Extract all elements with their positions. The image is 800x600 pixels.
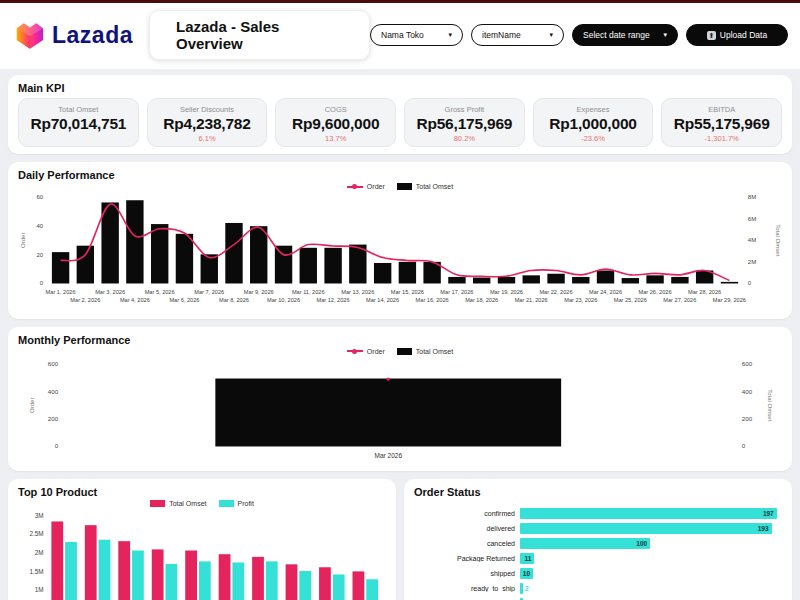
kpi-delta: 80.2% — [408, 134, 521, 143]
order-status-label: shipped — [414, 570, 520, 577]
svg-text:0: 0 — [742, 442, 746, 449]
svg-text:3M: 3M — [35, 512, 44, 519]
order-status-bar-area: 10 — [520, 568, 782, 579]
svg-text:Mar 9, 2026: Mar 9, 2026 — [244, 289, 274, 295]
filter-nama-toko[interactable]: Nama Toko ▾ — [370, 24, 463, 46]
order-status-label: ready_to_ship — [414, 585, 520, 592]
bar-marker-icon — [150, 500, 165, 507]
svg-text:Mar 27, 2026: Mar 27, 2026 — [663, 297, 696, 303]
filter-date-range[interactable]: Select date range ▾ — [572, 24, 678, 46]
svg-text:0: 0 — [748, 280, 752, 286]
svg-text:Order: Order — [29, 397, 35, 412]
order-status-title: Order Status — [414, 486, 782, 498]
svg-text:20: 20 — [36, 252, 43, 258]
monthly-performance-chart[interactable]: 00200200400400600600Mar 2026OrderTotal O… — [18, 356, 782, 465]
page-title: Lazada - Sales Overview — [149, 10, 370, 60]
kpi-label: Total Omset — [22, 105, 135, 114]
order-status-bar: 10 — [520, 568, 533, 579]
header: Lazada Lazada - Sales Overview Nama Toko… — [0, 3, 800, 69]
lazada-logo-icon — [14, 20, 46, 50]
order-status-row: In Transit: Returning to...2 — [414, 596, 782, 600]
svg-text:Total Omset: Total Omset — [767, 389, 773, 421]
svg-text:2M: 2M — [35, 549, 44, 556]
svg-text:Mar 23, 2026: Mar 23, 2026 — [564, 297, 597, 303]
svg-text:Mar 7, 2026: Mar 7, 2026 — [194, 289, 224, 295]
svg-text:Mar 21, 2026: Mar 21, 2026 — [515, 297, 548, 303]
top10-product-chart[interactable]: 3M2.5M2M1.5M1M500K — [18, 508, 386, 600]
order-status-chart[interactable]: confirmed197delivered193canceled100Packa… — [414, 506, 782, 600]
svg-text:Order: Order — [20, 233, 26, 248]
legend-profit[interactable]: Profit — [219, 500, 254, 507]
order-status-bar-area: 100 — [520, 538, 782, 549]
svg-text:8M: 8M — [748, 194, 756, 200]
kpi-value: Rp9,600,000 — [279, 115, 392, 133]
upload-data-button[interactable]: ⬆ Upload Data — [686, 24, 788, 46]
filter-item-name[interactable]: itemName ▾ — [471, 24, 564, 46]
order-status-row: shipped10 — [414, 566, 782, 581]
kpi-value: Rp70,014,751 — [22, 115, 135, 133]
svg-text:Mar 29, 2026: Mar 29, 2026 — [713, 297, 746, 303]
chevron-down-icon: ▾ — [549, 31, 553, 39]
monthly-title: Monthly Performance — [18, 334, 782, 346]
bar-marker-icon — [397, 183, 412, 190]
svg-text:600: 600 — [742, 360, 753, 367]
svg-text:Mar 14, 2026: Mar 14, 2026 — [366, 297, 399, 303]
legend-order[interactable]: Order — [347, 348, 385, 355]
order-status-bar: 197 — [520, 508, 777, 519]
svg-text:Mar 3, 2026: Mar 3, 2026 — [95, 289, 125, 295]
kpi-delta: 13.7% — [279, 134, 392, 143]
bottom-row: Top 10 Product Total Omset Profit 3M2.5M… — [8, 479, 792, 600]
svg-text:2M: 2M — [748, 259, 756, 265]
lazada-logo[interactable]: Lazada — [14, 20, 133, 50]
kpi-row: Total OmsetRp70,014,751Seller DiscountsR… — [18, 98, 782, 147]
svg-text:Mar 22, 2026: Mar 22, 2026 — [539, 289, 572, 295]
kpi-tile: Total OmsetRp70,014,751 — [18, 98, 139, 147]
svg-text:Mar 28, 2026: Mar 28, 2026 — [688, 289, 721, 295]
order-status-card: Order Status confirmed197delivered193can… — [404, 479, 792, 600]
order-status-row: ready_to_ship2 — [414, 581, 782, 596]
top10-legend: Total Omset Profit — [18, 500, 386, 507]
svg-text:Mar 26, 2026: Mar 26, 2026 — [639, 289, 672, 295]
monthly-performance-card: Monthly Performance Order Total Omset 00… — [8, 327, 792, 472]
order-status-row: canceled100 — [414, 536, 782, 551]
kpi-tile: EBITDARp55,175,969-1,301.7% — [661, 98, 782, 147]
daily-title: Daily Performance — [18, 169, 782, 181]
legend-total-omset[interactable]: Total Omset — [150, 500, 206, 507]
svg-text:6M: 6M — [748, 216, 756, 222]
order-status-label: confirmed — [414, 510, 520, 517]
svg-text:200: 200 — [742, 415, 753, 422]
main-kpi-card: Main KPI Total OmsetRp70,014,751Seller D… — [8, 75, 792, 154]
filter-bar: Nama Toko ▾ itemName ▾ Select date range… — [370, 24, 788, 46]
daily-legend: Order Total Omset — [18, 183, 782, 190]
bar-marker-icon — [219, 500, 234, 507]
svg-text:600: 600 — [48, 360, 59, 367]
top10-product-card: Top 10 Product Total Omset Profit 3M2.5M… — [8, 479, 396, 600]
svg-text:Mar 13, 2026: Mar 13, 2026 — [341, 289, 374, 295]
order-status-bar: 193 — [520, 523, 772, 534]
svg-text:Mar 17, 2026: Mar 17, 2026 — [440, 289, 473, 295]
daily-performance-card: Daily Performance Order Total Omset 0204… — [8, 162, 792, 319]
svg-text:Mar 24, 2026: Mar 24, 2026 — [589, 289, 622, 295]
order-status-row: delivered193 — [414, 521, 782, 536]
legend-total-omset[interactable]: Total Omset — [397, 348, 453, 355]
svg-text:Mar 1, 2026: Mar 1, 2026 — [46, 289, 76, 295]
svg-text:Mar 18, 2026: Mar 18, 2026 — [465, 297, 498, 303]
order-status-bar-area: 2 — [520, 583, 782, 594]
order-status-bar — [520, 583, 523, 594]
daily-performance-chart[interactable]: 020406002M4M6M8MMar 1, 2026Mar 2, 2026Ma… — [18, 191, 782, 312]
svg-text:1M: 1M — [35, 587, 44, 594]
legend-order[interactable]: Order — [347, 183, 385, 190]
kpi-delta: 6.1% — [151, 134, 264, 143]
svg-text:400: 400 — [48, 387, 59, 394]
svg-text:40: 40 — [36, 223, 43, 229]
svg-text:Mar 19, 2026: Mar 19, 2026 — [490, 289, 523, 295]
kpi-value: Rp56,175,969 — [408, 115, 521, 133]
top10-title: Top 10 Product — [18, 486, 386, 498]
svg-text:Mar 6, 2026: Mar 6, 2026 — [169, 297, 199, 303]
kpi-tile: COGSRp9,600,00013.7% — [275, 98, 396, 147]
legend-total-omset[interactable]: Total Omset — [397, 183, 453, 190]
svg-text:4M: 4M — [748, 237, 756, 243]
kpi-value: Rp55,175,969 — [665, 115, 778, 133]
svg-text:Mar 11, 2026: Mar 11, 2026 — [292, 289, 325, 295]
chevron-down-icon: ▾ — [663, 31, 667, 39]
